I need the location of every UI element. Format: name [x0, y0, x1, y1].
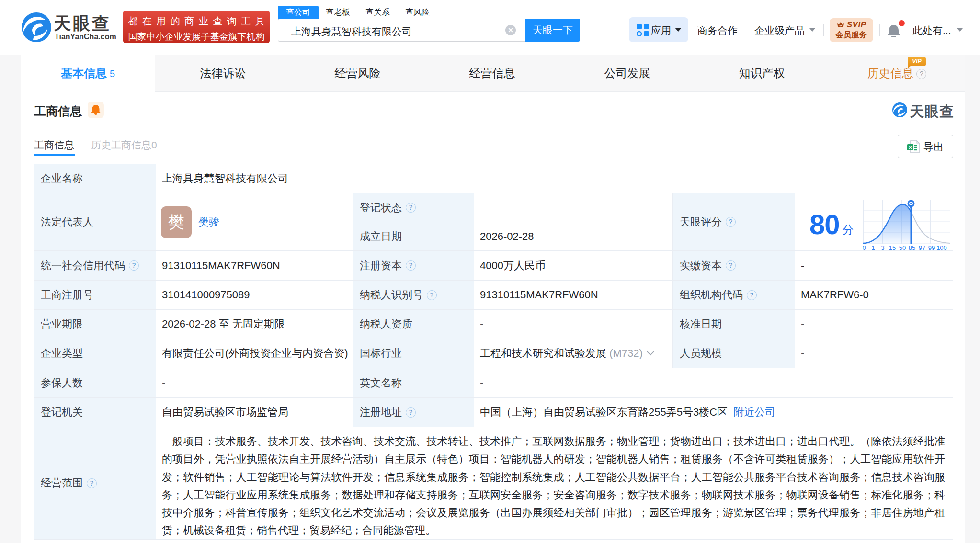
svg-text:50: 50 — [899, 244, 906, 251]
svg-text:97: 97 — [919, 244, 925, 251]
svg-text:15: 15 — [889, 244, 896, 251]
svg-text:1: 1 — [871, 244, 875, 251]
svg-text:85: 85 — [909, 244, 915, 251]
svg-text:X: X — [909, 145, 912, 150]
svg-text:100: 100 — [936, 244, 947, 251]
svg-text:0: 0 — [863, 244, 866, 251]
svg-text:3: 3 — [881, 244, 884, 251]
svg-text:99: 99 — [928, 244, 935, 251]
